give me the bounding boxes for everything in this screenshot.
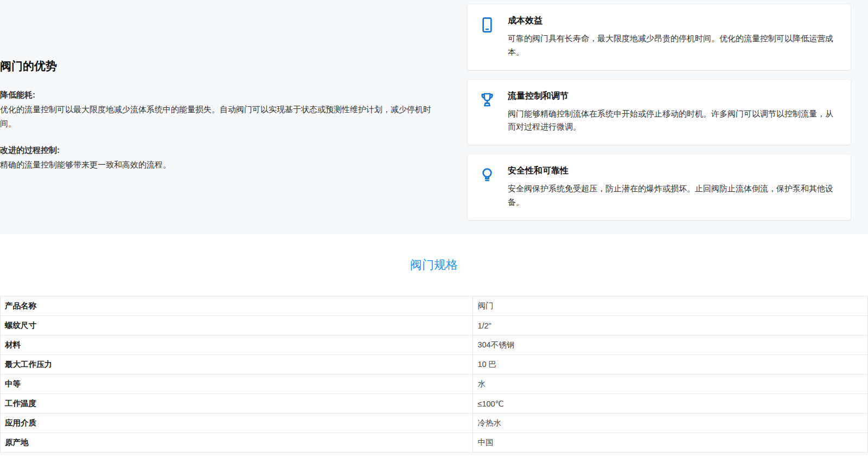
spec-value: 1/2" xyxy=(473,316,868,336)
advantage-text: 精确的流量控制能够带来更一致和高效的流程。 xyxy=(0,158,445,172)
card-title: 成本效益 xyxy=(508,14,838,27)
lightbulb-icon xyxy=(478,164,498,209)
feature-card-cost: 成本效益 可靠的阀门具有长寿命，最大限度地减少昂贵的停机时间。优化的流量控制可以… xyxy=(468,4,851,70)
spec-label: 应用介质 xyxy=(1,414,473,433)
spec-value: 中国 xyxy=(473,433,868,453)
card-text: 可靠的阀门具有长寿命，最大限度地减少昂贵的停机时间。优化的流量控制可以降低运营成… xyxy=(508,32,838,59)
table-row: 应用介质 冷热水 xyxy=(1,414,868,433)
feature-card-flow: 流量控制和调节 阀门能够精确控制流体在系统中开始或停止移动的时机。许多阀门可以调… xyxy=(468,80,851,145)
spec-label: 螺纹尺寸 xyxy=(1,316,473,336)
spec-value: 水 xyxy=(473,375,868,394)
card-body: 流量控制和调节 阀门能够精确控制流体在系统中开始或停止移动的时机。许多阀门可以调… xyxy=(508,89,838,134)
spec-value: 304不锈钢 xyxy=(473,336,868,355)
spec-value: 阀门 xyxy=(473,296,868,316)
advantage-heading: 降低能耗: xyxy=(0,90,450,100)
spec-label: 工作温度 xyxy=(1,394,473,414)
spec-value: ≤100℃ xyxy=(473,394,868,414)
advantage-heading: 改进的过程控制: xyxy=(0,145,450,156)
spec-label: 产品名称 xyxy=(1,296,473,316)
table-row: 产品名称 阀门 xyxy=(1,296,868,316)
card-body: 成本效益 可靠的阀门具有长寿命，最大限度地减少昂贵的停机时间。优化的流量控制可以… xyxy=(508,14,838,59)
table-row: 原产地 中国 xyxy=(1,433,868,453)
advantage-text: 优化的流量控制可以最大限度地减少流体系统中的能量损失。自动阀门可以实现基于状态或… xyxy=(0,102,445,131)
spec-label: 原产地 xyxy=(1,433,473,453)
card-title: 流量控制和调节 xyxy=(508,89,838,102)
card-body: 安全性和可靠性 安全阀保护系统免受超压，防止潜在的爆炸或损坏。止回阀防止流体倒流… xyxy=(508,164,838,209)
spec-table: 产品名称 阀门 螺纹尺寸 1/2" 材料 304不锈钢 最大工作压力 10 巴 … xyxy=(0,296,868,453)
trophy-icon xyxy=(478,89,498,134)
table-row: 最大工作压力 10 巴 xyxy=(1,355,868,375)
advantage-block: 降低能耗: 优化的流量控制可以最大限度地减少流体系统中的能量损失。自动阀门可以实… xyxy=(0,90,450,131)
table-row: 材料 304不锈钢 xyxy=(1,336,868,355)
advantages-section: 阀门的优势 降低能耗: 优化的流量控制可以最大限度地减少流体系统中的能量损失。自… xyxy=(0,0,868,234)
card-title: 安全性和可靠性 xyxy=(508,164,838,177)
advantages-column: 阀门的优势 降低能耗: 优化的流量控制可以最大限度地减少流体系统中的能量损失。自… xyxy=(0,4,450,186)
card-text: 阀门能够精确控制流体在系统中开始或停止移动的时机。许多阀门可以调节以控制流量，从… xyxy=(508,107,838,134)
feature-card-safety: 安全性和可靠性 安全阀保护系统免受超压，防止潜在的爆炸或损坏。止回阀防止流体倒流… xyxy=(468,154,851,220)
spec-section: 阀门规格 产品名称 阀门 螺纹尺寸 1/2" 材料 304不锈钢 最大工作压力 … xyxy=(0,234,868,453)
table-row: 中等 水 xyxy=(1,375,868,394)
advantages-title: 阀门的优势 xyxy=(0,59,450,74)
card-text: 安全阀保护系统免受超压，防止潜在的爆炸或损坏。止回阀防止流体倒流，保护泵和其他设… xyxy=(508,182,838,209)
spec-label: 中等 xyxy=(1,375,473,394)
phone-icon xyxy=(478,14,498,59)
table-row: 螺纹尺寸 1/2" xyxy=(1,316,868,336)
spec-title: 阀门规格 xyxy=(0,257,868,273)
feature-cards: 成本效益 可靠的阀门具有长寿命，最大限度地减少昂贵的停机时间。优化的流量控制可以… xyxy=(468,4,851,230)
spec-value: 冷热水 xyxy=(473,414,868,433)
spec-label: 最大工作压力 xyxy=(1,355,473,375)
table-row: 工作温度 ≤100℃ xyxy=(1,394,868,414)
spec-value: 10 巴 xyxy=(473,355,868,375)
spec-label: 材料 xyxy=(1,336,473,355)
advantage-block: 改进的过程控制: 精确的流量控制能够带来更一致和高效的流程。 xyxy=(0,145,450,172)
